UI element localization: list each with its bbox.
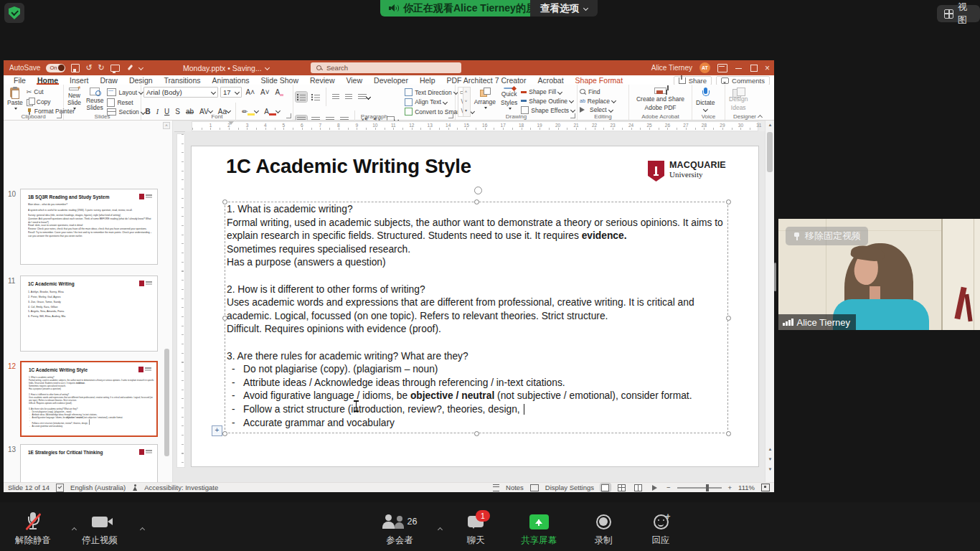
line-spacing-button[interactable]: [357, 93, 372, 102]
save-icon[interactable]: [71, 64, 80, 72]
scrollbar-thumb[interactable]: [164, 349, 169, 456]
tab-developer[interactable]: Developer: [368, 75, 414, 85]
resize-handle-sw[interactable]: [222, 431, 227, 436]
ribbon-display-options-icon[interactable]: [717, 64, 727, 72]
scroll-up-arrow[interactable]: ▲: [765, 121, 775, 130]
font-size-select[interactable]: 17: [220, 87, 242, 98]
tab-transitions[interactable]: Transitions: [159, 75, 207, 85]
participants-chevron-icon[interactable]: [438, 527, 443, 532]
next-slide-button[interactable]: ▼: [765, 455, 775, 464]
increase-font-button[interactable]: A˄: [244, 88, 257, 98]
tab-review[interactable]: Review: [304, 75, 340, 85]
tab-view[interactable]: View: [340, 75, 368, 85]
autofit-options-button[interactable]: +: [212, 425, 222, 436]
scroll-up-arrow[interactable]: ˄: [163, 122, 170, 129]
scrollbar-thumb[interactable]: [767, 132, 773, 172]
increase-indent-button[interactable]: [344, 93, 354, 102]
minimize-button[interactable]: [735, 65, 743, 72]
zoom-slider[interactable]: [677, 487, 722, 489]
notes-button[interactable]: Notes: [506, 484, 524, 491]
clear-formatting-button[interactable]: A: [273, 88, 286, 98]
resize-handle-nw[interactable]: [222, 199, 227, 204]
create-pdf-button[interactable]: Create and Share Adobe PDF: [631, 87, 689, 112]
slide-body-text[interactable]: 1. What is academic writing?Formal writi…: [227, 203, 727, 430]
shape-outline-button[interactable]: Shape Outline: [521, 98, 575, 105]
resize-handle-se[interactable]: [726, 431, 731, 436]
previous-slide-button[interactable]: ▲: [765, 445, 775, 454]
numbering-button[interactable]: [310, 92, 321, 102]
resize-handle-ne[interactable]: [726, 199, 731, 204]
shapes-gallery-scroll[interactable]: ˄˅▾: [463, 88, 470, 116]
text-box-selected[interactable]: 1. What is academic writing?Formal writi…: [225, 202, 728, 433]
bullets-button[interactable]: [296, 92, 307, 102]
zoom-level[interactable]: 111%: [738, 484, 755, 491]
decrease-font-button[interactable]: A˅: [259, 88, 272, 98]
slide-thumbnail-13[interactable]: 1E Strategies for Critical Thinking: [20, 444, 158, 482]
stop-video-button[interactable]: 停止视频: [67, 512, 132, 547]
fit-to-window-icon[interactable]: [761, 484, 770, 491]
display-settings-button[interactable]: Display Settings: [545, 484, 594, 491]
resize-handle-e[interactable]: [726, 316, 731, 321]
language-status[interactable]: English (Australia): [70, 484, 126, 491]
remove-pin-button[interactable]: 移除固定视频: [786, 227, 868, 245]
tab-animations[interactable]: Animations: [207, 75, 255, 85]
undo-icon[interactable]: ↺: [85, 63, 92, 72]
pinned-video-tile[interactable]: 移除固定视频 Alice Tierney: [778, 219, 980, 330]
drawing-dialog-launcher[interactable]: [570, 113, 575, 118]
slideshow-icon[interactable]: [110, 65, 120, 72]
participants-button[interactable]: 26 参会者: [367, 512, 432, 547]
slide-sorter-view-button[interactable]: [617, 484, 627, 491]
tab-slide-show[interactable]: Slide Show: [255, 75, 305, 85]
tab-design[interactable]: Design: [123, 75, 159, 85]
reactions-button[interactable]: + 回应: [628, 512, 693, 547]
video-options-chevron-icon[interactable]: [140, 527, 145, 532]
view-button[interactable]: 视图: [937, 5, 980, 22]
slide-title[interactable]: 1C Academic Writing Style: [226, 155, 471, 178]
scroll-down-arrow[interactable]: ▼: [765, 465, 775, 474]
search-input[interactable]: Search: [311, 62, 461, 73]
security-shield-button[interactable]: [4, 3, 24, 23]
select-button[interactable]: Select: [580, 106, 616, 113]
rotate-handle[interactable]: [474, 187, 482, 194]
paragraph-dialog-launcher[interactable]: [448, 113, 453, 118]
tab-draw[interactable]: Draw: [94, 75, 123, 85]
accessibility-status[interactable]: Accessibility: Investigate: [144, 484, 218, 491]
autosave-toggle[interactable]: On: [46, 64, 65, 72]
panel-scrollbar[interactable]: ˄: [163, 122, 170, 481]
resize-handle-s[interactable]: [474, 431, 479, 436]
close-button[interactable]: ×: [765, 65, 770, 72]
tab-shape-format[interactable]: Shape Format: [570, 75, 629, 85]
design-ideas-button[interactable]: Design Ideas: [727, 87, 749, 112]
user-name[interactable]: Alice Tierney: [651, 64, 692, 72]
decrease-indent-button[interactable]: [331, 93, 341, 102]
layout-button[interactable]: Layout: [107, 88, 144, 96]
clipboard-dialog-launcher[interactable]: [57, 113, 62, 118]
restore-button[interactable]: [750, 65, 758, 72]
tab-pdf-architect-7-creator[interactable]: PDF Architect 7 Creator: [441, 75, 532, 85]
chat-button[interactable]: 1 聊天: [443, 512, 508, 547]
zoom-slider-thumb[interactable]: [706, 484, 709, 491]
zoom-out-button[interactable]: −: [666, 484, 671, 491]
resize-handle-n[interactable]: [474, 199, 479, 204]
tab-home[interactable]: Home: [32, 75, 64, 85]
slide-thumbnail-12-selected[interactable]: 1C Academic Writing Style 1. What is aca…: [20, 361, 158, 437]
slideshow-view-button[interactable]: [650, 484, 660, 491]
new-slide-button[interactable]: New Slide: [66, 87, 83, 112]
shape-fill-button[interactable]: Shape Fill: [521, 88, 575, 95]
redo-icon[interactable]: ↻: [98, 63, 105, 72]
tab-file[interactable]: File: [8, 75, 32, 85]
normal-view-button[interactable]: [600, 484, 611, 491]
spellcheck-icon[interactable]: [56, 484, 64, 492]
zoom-in-button[interactable]: +: [728, 484, 732, 491]
quick-styles-button[interactable]: Quick Styles: [499, 87, 519, 112]
unmute-button[interactable]: 解除静音: [1, 512, 65, 547]
find-button[interactable]: Find: [580, 88, 616, 95]
tab-acrobat[interactable]: Acrobat: [532, 75, 569, 85]
record-button[interactable]: 录制: [571, 512, 636, 547]
panel-collapse-handle[interactable]: [774, 263, 776, 291]
qat-customize-chevron-icon[interactable]: [138, 65, 143, 70]
share-screen-button[interactable]: 共享屏幕: [507, 512, 571, 547]
reading-view-button[interactable]: [633, 484, 644, 491]
tab-help[interactable]: Help: [414, 75, 441, 85]
tab-insert[interactable]: Insert: [64, 75, 94, 85]
